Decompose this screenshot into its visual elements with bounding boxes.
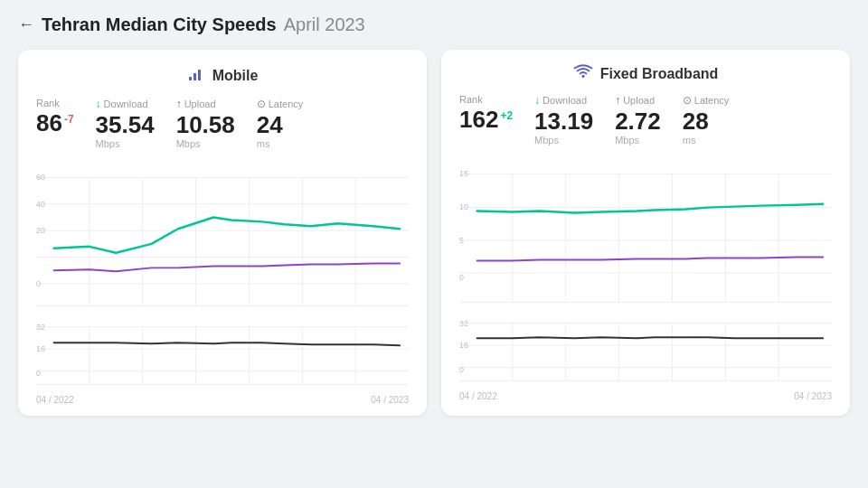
- mobile-stats: Rank 86-7 ↓ Download 35.54 Mbps ↑ Upload…: [36, 98, 409, 156]
- broadband-upload-label: ↑ Upload: [615, 94, 661, 107]
- svg-text:0: 0: [36, 368, 41, 377]
- broadband-latency-unit: ms: [683, 135, 730, 145]
- mobile-card-header: Mobile: [36, 64, 409, 87]
- mobile-rank-value: 86-7: [36, 110, 74, 136]
- mobile-rank: Rank 86-7: [36, 98, 74, 136]
- svg-text:20: 20: [36, 226, 45, 235]
- broadband-latency-chart: 32 16 0: [459, 314, 832, 386]
- broadband-x-labels: 04 / 2022 04 / 2023: [459, 391, 832, 401]
- svg-rect-2: [198, 70, 201, 80]
- broadband-upload-unit: Mbps: [615, 135, 661, 145]
- mobile-icon: [187, 64, 205, 87]
- mobile-latency-value: 24: [257, 112, 304, 138]
- svg-text:15: 15: [459, 169, 468, 178]
- broadband-title: Fixed Broadband: [600, 66, 719, 82]
- broadband-upload: ↑ Upload 2.72 Mbps: [615, 94, 661, 145]
- mobile-download-value: 35.54: [96, 112, 155, 138]
- page-header: ← Tehran Median City Speeds April 2023: [18, 14, 365, 35]
- back-button[interactable]: ←: [18, 15, 34, 34]
- broadband-download-value: 13.19: [534, 108, 593, 135]
- mobile-latency-chart: 32 16 0: [36, 317, 409, 389]
- broadband-latency-label: ⊙ Latency: [683, 94, 730, 107]
- mobile-speed-chart: 60 40 20 0: [36, 167, 409, 312]
- svg-text:0: 0: [36, 279, 41, 288]
- mobile-upload-value: 10.58: [176, 112, 235, 138]
- svg-text:10: 10: [459, 202, 468, 211]
- broadband-rank-label: Rank: [459, 94, 513, 105]
- mobile-download-unit: Mbps: [96, 138, 155, 149]
- svg-rect-1: [193, 73, 196, 80]
- mobile-upload-unit: Mbps: [176, 138, 235, 149]
- page-title: Tehran Median City Speeds: [42, 14, 277, 35]
- mobile-x-labels: 04 / 2022 04 / 2023: [36, 395, 409, 405]
- svg-rect-0: [189, 77, 192, 80]
- mobile-upload: ↑ Upload 10.58 Mbps: [176, 98, 235, 149]
- svg-text:32: 32: [459, 318, 468, 327]
- broadband-card: Fixed Broadband Rank 162+2 ↓ Download 13…: [441, 50, 850, 416]
- mobile-card: Mobile Rank 86-7 ↓ Download 35.54 Mbps ↑: [18, 50, 427, 416]
- mobile-title: Mobile: [212, 68, 259, 84]
- svg-text:40: 40: [36, 199, 45, 208]
- mobile-download-label: ↓ Download: [96, 98, 155, 110]
- broadband-download: ↓ Download 13.19 Mbps: [534, 94, 593, 145]
- broadband-latency: ⊙ Latency 28 ms: [683, 94, 730, 145]
- mobile-download: ↓ Download 35.54 Mbps: [96, 98, 155, 149]
- broadband-stats: Rank 162+2 ↓ Download 13.19 Mbps ↑ Uploa…: [459, 94, 832, 153]
- mobile-latency: ⊙ Latency 24 ms: [257, 98, 304, 149]
- svg-text:60: 60: [36, 173, 45, 182]
- broadband-card-header: Fixed Broadband: [459, 64, 832, 83]
- broadband-icon: [573, 64, 593, 83]
- svg-text:0: 0: [459, 364, 464, 373]
- svg-text:0: 0: [459, 273, 464, 282]
- mobile-latency-unit: ms: [257, 138, 304, 149]
- svg-text:32: 32: [36, 322, 45, 331]
- broadband-download-unit: Mbps: [534, 135, 593, 145]
- svg-text:5: 5: [459, 235, 464, 244]
- broadband-speed-chart: 15 10 5 0: [459, 164, 832, 308]
- broadband-rank-value: 162+2: [459, 107, 513, 133]
- svg-text:16: 16: [459, 341, 468, 350]
- broadband-charts: 15 10 5 0: [459, 164, 832, 401]
- svg-text:16: 16: [36, 344, 45, 353]
- cards-row: Mobile Rank 86-7 ↓ Download 35.54 Mbps ↑: [18, 50, 850, 416]
- mobile-rank-label: Rank: [36, 98, 74, 108]
- mobile-upload-label: ↑ Upload: [176, 98, 235, 110]
- broadband-upload-value: 2.72: [615, 108, 661, 135]
- svg-point-32: [581, 75, 584, 78]
- mobile-charts: 60 40 20 0: [36, 167, 409, 405]
- broadband-download-label: ↓ Download: [534, 94, 593, 107]
- broadband-latency-value: 28: [683, 108, 730, 135]
- broadband-rank: Rank 162+2: [459, 94, 513, 133]
- page-date: April 2023: [284, 14, 365, 35]
- mobile-latency-label: ⊙ Latency: [257, 98, 304, 110]
